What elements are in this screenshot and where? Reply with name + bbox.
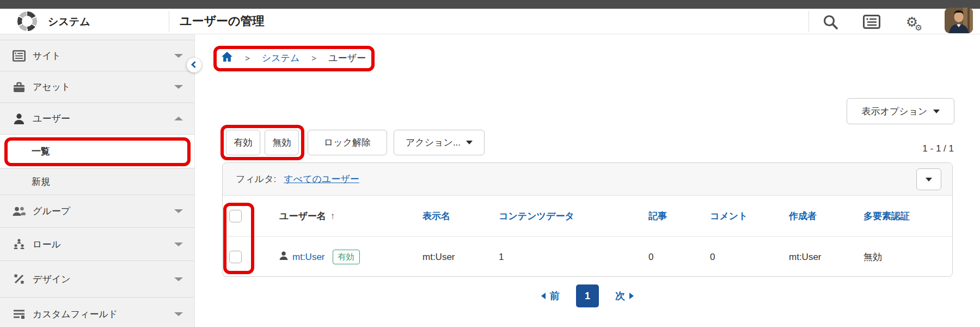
- home-icon[interactable]: [221, 51, 233, 65]
- display-options-button[interactable]: 表示オプション: [847, 98, 954, 124]
- breadcrumb: > システム > ユーザー: [221, 51, 366, 65]
- table-header-row: ユーザー名 ↑ 表示名 コンテンツデータ 記事 コメント 作成者 多要素認証: [223, 196, 952, 237]
- topbar: システム ユーザーの管理 ⚙⚙: [0, 9, 980, 34]
- cell-content-data: 1: [499, 237, 504, 277]
- actions-label: アクション...: [406, 136, 461, 149]
- filter-value-link[interactable]: すべてのユーザー: [284, 173, 359, 185]
- sidebar-item-site[interactable]: サイト: [0, 40, 194, 71]
- listing-panel: フィルタ: すべてのユーザー ユーザー名 ↑ 表示名 コンテンツデータ 記事 コ…: [222, 162, 953, 277]
- sidebar-item-assets[interactable]: アセット: [0, 71, 194, 102]
- sidebar-item-users-list[interactable]: 一覧: [0, 134, 194, 168]
- column-header-mfa[interactable]: 多要素認証: [863, 196, 910, 237]
- chevron-down-icon: [174, 85, 183, 89]
- design-pencil-icon: [12, 274, 26, 284]
- display-options-label: 表示オプション: [862, 105, 928, 118]
- sidebar-item-label: サイト: [33, 50, 61, 62]
- avatar[interactable]: [945, 8, 973, 33]
- enable-button[interactable]: 有効: [226, 130, 260, 155]
- enable-label: 有効: [234, 136, 253, 149]
- site-window-icon: [12, 50, 26, 62]
- sort-ascending-icon: ↑: [330, 211, 335, 222]
- top-strip: [0, 0, 980, 9]
- sidebar-spacer: [0, 34, 194, 40]
- page-title: ユーザーの管理: [180, 13, 265, 29]
- disable-button[interactable]: 無効: [265, 130, 299, 155]
- cell-author: mt:User: [789, 237, 822, 277]
- pagination-next[interactable]: 次: [615, 289, 634, 302]
- column-header-username[interactable]: ユーザー名 ↑: [279, 196, 335, 237]
- topbar-divider-right: [808, 11, 809, 32]
- cell-comments: 0: [710, 237, 715, 277]
- column-header-comments[interactable]: コメント: [710, 196, 748, 237]
- sidebar-item-label: 一覧: [32, 145, 50, 158]
- breadcrumb-separator: >: [245, 53, 250, 63]
- status-badge: 有効: [333, 250, 360, 264]
- chevron-down-icon: [174, 243, 183, 246]
- sidebar-item-roles[interactable]: ロール: [0, 227, 194, 261]
- list-window-icon[interactable]: [862, 13, 881, 31]
- user-icon: [12, 113, 26, 124]
- next-label: 次: [615, 289, 625, 302]
- unlock-label: ロック解除: [324, 136, 371, 149]
- cell-entries: 0: [648, 237, 653, 277]
- search-icon[interactable]: [821, 13, 840, 31]
- disable-label: 無効: [273, 136, 291, 149]
- chevron-down-icon: [174, 312, 183, 316]
- custom-fields-icon: [12, 309, 26, 319]
- chevron-down-icon: [174, 209, 183, 213]
- cell-display-name: mt:User: [422, 237, 455, 277]
- column-header-display-name[interactable]: 表示名: [422, 196, 450, 237]
- breadcrumb-separator: >: [311, 53, 316, 63]
- caret-down-icon: [466, 141, 473, 144]
- username-link[interactable]: mt:User: [292, 252, 325, 263]
- sidebar-item-label: デザイン: [33, 273, 71, 286]
- chevron-up-icon: [174, 117, 183, 120]
- select-all-checkbox[interactable]: [229, 210, 242, 222]
- sidebar-item-groups[interactable]: グループ: [0, 195, 194, 227]
- app-logo-icon[interactable]: [17, 11, 37, 31]
- sidebar-item-design[interactable]: デザイン: [0, 261, 194, 297]
- group-icon: [12, 207, 26, 216]
- filter-dropdown-button[interactable]: [916, 168, 941, 190]
- sidebar-item-label: グループ: [33, 205, 70, 217]
- sidebar: サイト アセット ユーザー 一覧 新規 グループ ロール: [0, 34, 195, 327]
- sidebar-item-label: ロール: [33, 238, 61, 251]
- column-header-content-data[interactable]: コンテンツデータ: [499, 196, 574, 237]
- unlock-button[interactable]: ロック解除: [308, 130, 387, 155]
- breadcrumb-link-system[interactable]: システム: [262, 52, 300, 64]
- actions-dropdown-button[interactable]: アクション...: [394, 130, 485, 155]
- sidebar-item-label: 新規: [32, 175, 50, 188]
- pagination-current-page[interactable]: 1: [576, 284, 599, 307]
- topbar-divider: [169, 11, 169, 32]
- logo-label: システム: [48, 15, 90, 29]
- column-header-author[interactable]: 作成者: [789, 196, 817, 237]
- chevron-down-icon: [174, 277, 183, 281]
- triangle-right-icon: [629, 293, 634, 299]
- filter-bar: フィルタ: すべてのユーザー: [223, 163, 952, 196]
- sidebar-item-label: カスタムフィールド: [33, 308, 118, 320]
- row-checkbox[interactable]: [229, 251, 242, 263]
- sidebar-item-users[interactable]: ユーザー: [0, 102, 194, 134]
- sidebar-item-label: ユーザー: [33, 112, 70, 125]
- breadcrumb-current: ユーザー: [328, 52, 366, 64]
- table-row: mt:User 有効 mt:User 1 0 0 mt:User 無効: [223, 237, 952, 277]
- chevron-left-icon: [191, 61, 198, 68]
- pagination: 前 1 次: [222, 284, 953, 308]
- caret-down-icon: [933, 110, 940, 113]
- column-header-entries[interactable]: 記事: [648, 196, 667, 237]
- roles-hierarchy-icon: [12, 239, 26, 250]
- cell-mfa: 無効: [863, 237, 882, 277]
- sidebar-item-label: アセット: [33, 81, 71, 93]
- item-count: 1 - 1 / 1: [872, 143, 954, 154]
- chevron-down-icon: [174, 54, 183, 58]
- filter-label: フィルタ:: [236, 173, 276, 185]
- sidebar-item-custom-fields[interactable]: カスタムフィールド: [0, 297, 194, 327]
- sidebar-item-users-new[interactable]: 新規: [0, 168, 194, 195]
- sidebar-collapse-button[interactable]: [187, 58, 201, 72]
- briefcase-icon: [12, 82, 26, 93]
- prev-label: 前: [550, 289, 560, 302]
- triangle-left-icon: [541, 293, 546, 299]
- user-icon: [279, 251, 288, 263]
- pagination-prev[interactable]: 前: [541, 289, 560, 302]
- gears-icon[interactable]: ⚙⚙: [903, 13, 921, 31]
